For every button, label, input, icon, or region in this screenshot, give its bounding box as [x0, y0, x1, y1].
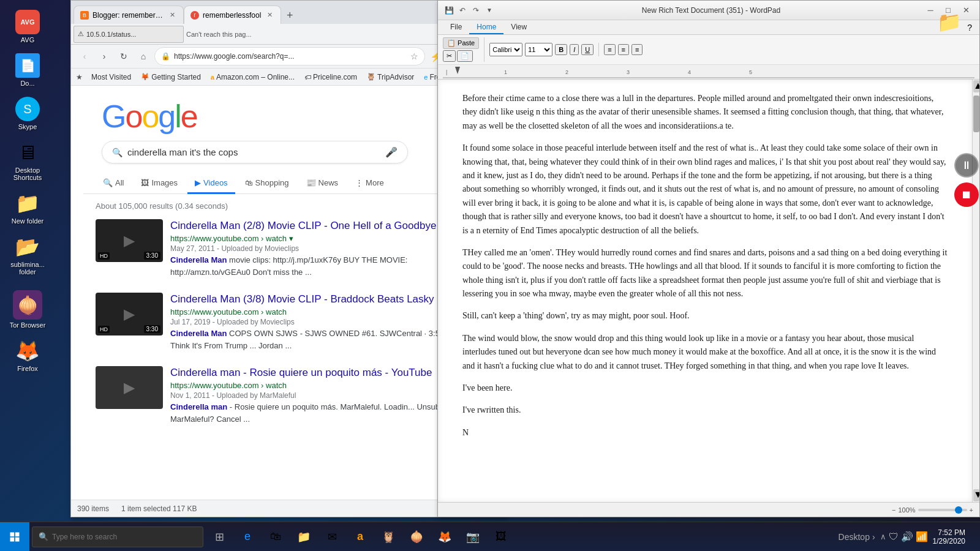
cut-button[interactable]: ✂: [443, 50, 456, 62]
paste-button[interactable]: 📋 Paste: [443, 37, 479, 49]
ribbon-tab-home[interactable]: Home: [469, 20, 503, 34]
taskbar-firefox-button[interactable]: 🦊: [431, 522, 458, 552]
bookmark-priceline[interactable]: 🏷 Priceline.com: [301, 72, 361, 83]
desktop-icon-new-folder[interactable]: 📁 New folder: [3, 187, 52, 228]
statusbar-selected: 1 item selected 117 KB: [121, 504, 197, 513]
bookmark-star-icon[interactable]: ☆: [410, 51, 418, 61]
taskbar-time[interactable]: 7:52 PM 1/29/2020: [933, 528, 965, 545]
taskbar-camera-button[interactable]: 📷: [459, 522, 486, 552]
tab-rememberless-close[interactable]: ✕: [265, 10, 274, 20]
desktop-icon-doc[interactable]: 📄 Do...: [3, 50, 52, 91]
result-1-title[interactable]: Cinderella Man (2/8) Movie CLIP - One He…: [170, 219, 448, 233]
result-2-snippet: Cinderella Man COPS OWN SJWS - SJWS OWNE…: [170, 328, 481, 351]
forward-button[interactable]: ›: [96, 48, 113, 65]
result-2-url: https://www.youtube.com › watch: [170, 307, 481, 317]
desktop-icon-firefox[interactable]: 🦊 Firefox: [3, 335, 52, 376]
url-input[interactable]: [174, 52, 407, 61]
taskbar-ie-button[interactable]: e: [234, 522, 261, 552]
bookmark-getting-started[interactable]: 🦊 Getting Started: [137, 72, 205, 83]
google-search-box[interactable]: 🔍 🎤: [102, 141, 408, 163]
wordpad-icon-1: 💾: [443, 4, 455, 17]
result-3-title[interactable]: Cinderella man - Rosie quiere un poquito…: [170, 367, 432, 378]
desktop-icon-folder-right[interactable]: 📁: [925, 6, 974, 40]
result-2-thumbnail[interactable]: ▶ HD 3:30: [96, 293, 163, 335]
tab-shopping[interactable]: 🛍 Shopping: [238, 173, 296, 194]
taskbar-search-input[interactable]: [52, 533, 187, 541]
italic-button[interactable]: I: [570, 44, 579, 55]
hd-badge-2: HD: [98, 326, 110, 333]
tab-videos[interactable]: ▶ Videos: [187, 173, 235, 194]
tab-blogger[interactable]: B Blogger: rememberlessf ✕: [74, 6, 184, 24]
camera-icon: 📷: [466, 530, 480, 544]
tab-blogger-close[interactable]: ✕: [167, 10, 177, 20]
ribbon-tab-view[interactable]: View: [503, 20, 534, 34]
scrollbar-thumb[interactable]: [973, 96, 979, 132]
taskbar-amazon-button[interactable]: a: [347, 522, 374, 552]
result-1-dropdown[interactable]: ▾: [289, 234, 293, 243]
zoom-slider-thumb[interactable]: [955, 506, 962, 514]
start-button[interactable]: [0, 522, 29, 552]
tab-all[interactable]: 🔍 All: [96, 173, 131, 194]
email-icon: ✉: [328, 530, 337, 544]
shopping-icon: 🛍: [245, 178, 253, 187]
bookmark-amazon[interactable]: a Amazon.com – Online...: [207, 72, 298, 83]
font-family-select[interactable]: Calibri: [489, 43, 522, 56]
underline-button[interactable]: U: [581, 44, 594, 55]
scroll-up-button[interactable]: ▲: [973, 80, 979, 92]
wordpad-text[interactable]: Before their ctime came to a close there…: [438, 80, 972, 502]
result-1-thumbnail[interactable]: ▶ HD 3:30: [96, 219, 163, 262]
tab-more[interactable]: ⋮ More: [348, 173, 391, 194]
wordpad-statusbar: − 100% +: [438, 502, 979, 517]
taskbar-tripadvisor-button[interactable]: 🦉: [375, 522, 402, 552]
taskbar-email-button[interactable]: ✉: [318, 522, 345, 552]
bookmark-most-visited[interactable]: Most Visited: [88, 72, 135, 83]
align-center-button[interactable]: ≡: [618, 44, 629, 55]
lock-icon: 🔒: [161, 52, 170, 61]
wordpad-scrollbar[interactable]: ▲ ▼: [972, 80, 979, 502]
taskbar-explorer-button[interactable]: 📁: [290, 522, 317, 552]
tab-rememberless[interactable]: r rememberlessfool ✕: [184, 6, 281, 24]
windows-logo-icon: [9, 531, 21, 543]
ribbon-tab-file[interactable]: File: [443, 20, 469, 34]
bookmark-tripadvisor[interactable]: 🦉 TripAdvisor: [363, 72, 418, 83]
zoom-in-button[interactable]: +: [970, 506, 973, 514]
result-2-title[interactable]: Cinderella Man (3/8) Movie CLIP - Braddo…: [170, 293, 445, 305]
mic-icon[interactable]: 🎤: [385, 146, 398, 158]
pause-button[interactable]: ⏸: [954, 153, 979, 178]
google-search-input[interactable]: [127, 147, 385, 157]
back-button[interactable]: ‹: [76, 48, 93, 65]
result-3-thumbnail[interactable]: ▶: [96, 366, 163, 409]
desktop-icon-skype[interactable]: S Skype: [3, 93, 52, 134]
font-size-select[interactable]: 11: [525, 43, 552, 56]
network-icon[interactable]: 📶: [916, 531, 928, 542]
taskbar-taskview-button[interactable]: ⊞: [206, 522, 233, 552]
taskbar-store-button[interactable]: 🛍: [262, 522, 289, 552]
taskbar-search-box[interactable]: 🔍: [32, 527, 203, 547]
align-right-button[interactable]: ≡: [631, 44, 643, 55]
refresh-button[interactable]: ↻: [115, 48, 132, 65]
zoom-out-button[interactable]: −: [892, 506, 895, 514]
show-desktop-button[interactable]: [970, 522, 975, 552]
float-buttons: ⏸ ⏹: [954, 153, 979, 207]
zoom-slider[interactable]: [918, 509, 967, 511]
desktop-icon-sublimina[interactable]: 📂 sublimina... folder: [3, 231, 52, 279]
firefox-label: Firefox: [17, 365, 38, 372]
tab-images[interactable]: 🖼 Images: [134, 173, 185, 194]
home-button[interactable]: ⌂: [135, 48, 152, 65]
taskbar-tor-button[interactable]: 🧅: [403, 522, 430, 552]
desktop-icon-tor[interactable]: 🧅 Tor Browser: [3, 287, 52, 332]
error-url-icon: ⚠: [78, 30, 84, 38]
address-bar[interactable]: 🔒 ☆: [154, 47, 425, 66]
volume-icon[interactable]: 🔊: [901, 531, 913, 542]
tab-news[interactable]: 📰 News: [299, 173, 346, 194]
new-tab-button[interactable]: +: [281, 7, 298, 24]
align-left-button[interactable]: ≡: [604, 44, 615, 55]
stop-button[interactable]: ⏹: [954, 182, 979, 207]
copy-button[interactable]: 📄: [457, 50, 473, 62]
desktop-icon-avg[interactable]: AVG AVG: [3, 6, 52, 47]
taskbar-gallery-button[interactable]: 🖼: [488, 522, 514, 552]
show-hidden-icon[interactable]: ∧: [880, 532, 886, 541]
desktop-icon-shortcuts[interactable]: 🖥 Desktop Shortcuts: [3, 137, 52, 185]
bold-button[interactable]: B: [555, 44, 567, 55]
scroll-down-button[interactable]: ▼: [973, 489, 979, 501]
